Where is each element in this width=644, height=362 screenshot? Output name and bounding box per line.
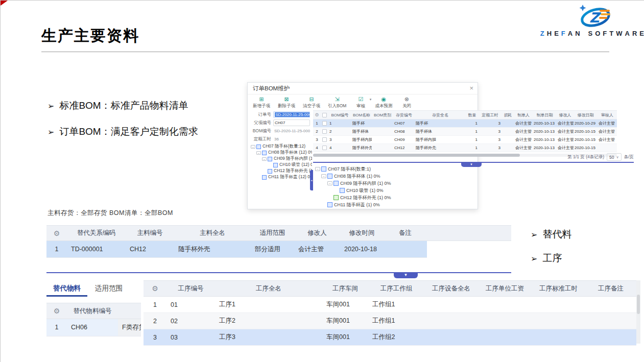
column-header[interactable]: 工序设备全名 xyxy=(424,284,478,293)
column-header[interactable]: 修改人 xyxy=(294,229,340,237)
scrollbar-thumb[interactable] xyxy=(637,295,640,314)
toolbar-button[interactable]: ⇲ 引入BOM ▾ xyxy=(328,96,346,109)
table-row[interactable]: 1 CH06 F类存货 xyxy=(46,319,141,336)
gear-icon[interactable]: ⚙ xyxy=(54,307,60,315)
column-header[interactable]: 工序全名 xyxy=(215,284,322,293)
cell-qty: 1 xyxy=(466,137,479,142)
table-row[interactable]: 1 01 工序1 车间001 工作组1 xyxy=(144,297,636,313)
toolbar-button[interactable]: ⊠ 删除子项 ▾ xyxy=(278,96,295,109)
cell-scope: 部分适用 xyxy=(251,245,294,254)
tree-node[interactable]: − CH10 吸管 (12) 0% xyxy=(251,162,312,168)
tree-node[interactable]: − CH12 随手杯外壳 (12) 0% xyxy=(251,168,312,174)
tree-node[interactable]: − CH07 随手杯(数量:1) xyxy=(315,165,622,173)
tree-expander-icon[interactable]: − xyxy=(262,157,267,161)
tree-node[interactable]: − CH12 随手杯外壳 (1) 0% xyxy=(315,194,622,201)
column-header[interactable]: 工序编号 xyxy=(166,284,215,293)
column-header[interactable]: 修改时间 xyxy=(340,229,384,237)
tree-node[interactable]: − CH09 随手杯内胆 (1) 0% xyxy=(315,180,622,187)
logo-letter: H xyxy=(547,30,552,37)
form-input[interactable]: 36 xyxy=(273,136,310,142)
detail-tab[interactable]: 适用范围 xyxy=(88,284,130,293)
row-checkbox[interactable] xyxy=(322,146,327,150)
column-header[interactable]: 工序备注 xyxy=(585,284,636,293)
side-collapse-handle[interactable]: ◂ xyxy=(310,170,313,190)
tree-node[interactable]: − CH08 随手杯体 (12) 0% xyxy=(251,150,312,156)
tree-expander-icon[interactable]: − xyxy=(327,181,332,185)
tree-node[interactable]: − CH08 随手杯体 (1) 0% xyxy=(315,173,622,180)
row-checkbox[interactable] xyxy=(322,129,327,134)
bom-table-body: 1 1 随手杯 CH07 随手杯 1 3 会计主管 2020-10-13 会计主… xyxy=(313,119,617,152)
cell-creator: 会计主管 xyxy=(514,120,533,126)
page-size-select[interactable]: 50 ∨ xyxy=(607,153,622,161)
column-header[interactable]: 制单人 xyxy=(514,112,533,118)
column-header[interactable]: 替代物料编号 xyxy=(67,307,118,316)
table-row[interactable]: 3 03 工序3 车间001 工作组2 xyxy=(144,329,636,346)
form-input[interactable]: CH07 xyxy=(273,119,310,126)
cell-auditor: 会计主管 xyxy=(598,137,617,142)
column-header[interactable]: 替代关系编码 xyxy=(67,229,126,237)
column-header[interactable]: 审核人 xyxy=(598,112,617,118)
cell-process-no: 01 xyxy=(166,301,215,308)
main-collapse-button[interactable]: ▼ xyxy=(394,273,418,278)
cell-inv-name: 随手杯 xyxy=(415,120,466,126)
tree-node[interactable]: − CH11 随手杯盖 (12) 0% xyxy=(251,174,312,180)
column-header[interactable]: 修改人 xyxy=(557,112,574,118)
column-header[interactable]: BOM类别 xyxy=(372,112,393,118)
page-info: 第 1/1 页 (4条记录) xyxy=(567,154,604,160)
dialog-titlebar[interactable]: 订单BOM维护 × xyxy=(248,83,478,94)
tree-expander-icon[interactable]: − xyxy=(321,174,326,178)
column-header[interactable]: 工序单位工资 xyxy=(478,284,532,293)
toolbar-button[interactable]: ⊗ 关闭 ▾ xyxy=(400,96,413,109)
cell-bom-no: 3 xyxy=(328,137,351,142)
column-header[interactable]: 定额工时 xyxy=(479,112,502,118)
tree-node-label: CH09 随手杯内胆 (1) 0% xyxy=(340,180,391,187)
table-row[interactable]: 1 TD-000001 CH12 随手杯外壳 部分适用 会计主管 2020-10… xyxy=(46,241,427,258)
vertical-scrollbar[interactable] xyxy=(636,280,640,344)
column-header[interactable]: 制单日期 xyxy=(533,112,557,118)
tree-node[interactable]: − CH07 随手杯(数量:12) xyxy=(251,143,312,150)
select-all-checkbox[interactable] xyxy=(322,113,327,117)
form-input[interactable]: SD-2020-11-25-00006-1 xyxy=(273,128,310,134)
toolbar-button[interactable]: ☑ 审核 ▾ xyxy=(354,96,367,109)
tree-expander-icon[interactable]: − xyxy=(251,145,255,149)
table-row[interactable]: 1 1 随手杯 CH07 随手杯 1 3 会计主管 2020-10-13 会计主… xyxy=(313,119,617,128)
toolbar-button-label: 清空子项 xyxy=(303,103,320,109)
column-header[interactable]: 工序车间 xyxy=(322,284,368,293)
tree-node[interactable]: − CH09 随手杯内胆 (12) 0% xyxy=(251,156,312,162)
column-header[interactable]: 备注 xyxy=(384,229,427,237)
toolbar-button[interactable]: ◉ 成本预测 ▾ xyxy=(375,96,392,109)
dialog-close-icon[interactable]: × xyxy=(469,83,473,94)
column-header[interactable]: BOM名称 xyxy=(351,112,372,118)
table-row[interactable]: 4 4 随手杯外壳 CH12 随手杯外壳 1 3 会计主管 2020-10-13… xyxy=(313,144,617,152)
cell-modifier: 会计主管 xyxy=(294,245,340,254)
column-header[interactable]: 数量 xyxy=(466,112,479,118)
column-header[interactable]: BOM编号 xyxy=(328,112,351,118)
table-row[interactable]: 3 3 随手杯内胆 CH09 随手杯内胆 1 3 会计主管 2020-10-13… xyxy=(313,136,617,144)
tree-node[interactable]: − CH11 随手杯盖 (1) 0% xyxy=(315,201,622,208)
gear-icon[interactable]: ⚙ xyxy=(152,284,158,293)
row-checkbox[interactable] xyxy=(322,121,327,126)
dropdown-caret-icon[interactable]: ▾ xyxy=(370,98,372,102)
column-header[interactable]: 主料编号 xyxy=(126,229,174,237)
column-header[interactable]: 主料全名 xyxy=(174,229,251,237)
table-row[interactable]: 2 2 随手杯体 CH08 随手杯体 1 3 会计主管 2020-10-13 会… xyxy=(313,128,617,136)
column-header[interactable]: 工序工作组 xyxy=(368,284,424,293)
toolbar-button[interactable]: ⊟ 清空子项 ▾ xyxy=(303,96,320,109)
column-header[interactable]: 适用范围 xyxy=(251,229,294,237)
column-header[interactable]: 存货编号 xyxy=(393,112,415,118)
form-input[interactable]: SD-2020-11-25-00006 xyxy=(273,111,310,118)
tree-node[interactable]: − CH10 吸管 (1) 0% xyxy=(315,187,622,194)
column-header[interactable]: 存货全名 xyxy=(415,112,466,118)
table-row[interactable]: 2 02 工序2 车间001 工作组1 xyxy=(144,313,636,329)
gear-icon[interactable]: ⚙ xyxy=(315,112,319,117)
column-header[interactable]: 修改日期 xyxy=(574,112,598,118)
column-header[interactable]: 工序标准工时 xyxy=(532,284,585,293)
tree-expander-icon[interactable]: − xyxy=(315,167,320,171)
gear-icon[interactable]: ⚙ xyxy=(54,229,60,237)
column-header[interactable]: 损耗 xyxy=(502,112,514,118)
detail-tab[interactable]: 替代物料 xyxy=(46,284,88,293)
toolbar-button[interactable]: ⊞ 新增子项 ▾ xyxy=(253,96,270,109)
cell-modifier: 会计主管 xyxy=(557,145,574,151)
row-checkbox[interactable] xyxy=(322,137,327,142)
tree-expander-icon[interactable]: − xyxy=(256,151,261,155)
